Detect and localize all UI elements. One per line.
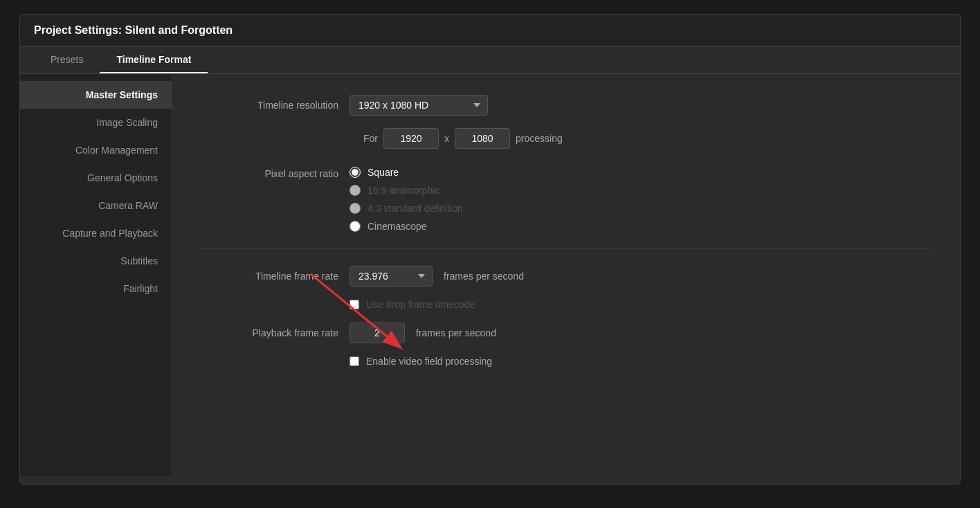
video-field-checkbox[interactable] [350, 356, 359, 366]
timeline-resolution-row: Timeline resolution 1920 x 1080 HD [200, 95, 932, 116]
sidebar-item-subtitles[interactable]: Subtitles [20, 247, 172, 275]
sidebar-item-camera-raw[interactable]: Camera RAW [20, 192, 172, 219]
radio-row-square: Square [350, 167, 463, 178]
processing-label: processing [516, 133, 563, 144]
for-label: For [363, 133, 378, 144]
main-panel: Timeline resolution 1920 x 1080 HD For x… [172, 74, 960, 475]
radio-square[interactable] [350, 167, 361, 178]
content-area: Master Settings Image Scaling Color Mana… [20, 74, 960, 475]
for-row: For x processing [363, 128, 932, 149]
playback-frames-per-second-label: frames per second [416, 327, 496, 338]
dialog-title: Project Settings: Silent and Forgotten [20, 15, 960, 47]
pixel-aspect-ratio-row: Pixel aspect ratio Square 16:9 anamorphi… [200, 167, 932, 232]
playback-frame-rate-input[interactable] [350, 323, 405, 343]
radio-43-standard[interactable] [350, 203, 361, 214]
radio-label-cinemascope: Cinemascope [368, 221, 427, 232]
drop-frame-row: Use drop frame timecode [350, 299, 932, 310]
sidebar-item-color-management[interactable]: Color Management [20, 136, 172, 164]
width-input[interactable] [383, 128, 439, 149]
tab-presets[interactable]: Presets [34, 47, 100, 73]
timeline-resolution-dropdown[interactable]: 1920 x 1080 HD [350, 95, 488, 116]
timeline-resolution-label: Timeline resolution [200, 100, 338, 111]
tab-timeline-format[interactable]: Timeline Format [100, 47, 208, 73]
playback-frame-rate-label: Playback frame rate [200, 327, 338, 338]
video-field-row: Enable video field processing [350, 356, 932, 367]
radio-row-169: 16:9 anamorphic [350, 185, 463, 196]
radio-row-43: 4:3 standard definition [350, 203, 463, 214]
frames-per-second-label: frames per second [444, 271, 524, 282]
section-divider-1 [200, 248, 932, 249]
radio-cinemascope[interactable] [350, 221, 361, 232]
x-separator: x [444, 133, 449, 144]
radio-label-43: 4:3 standard definition [368, 203, 463, 214]
sidebar-item-image-scaling[interactable]: Image Scaling [20, 109, 172, 136]
video-field-checkbox-row: Enable video field processing [350, 356, 492, 367]
sidebar-item-master-settings[interactable]: Master Settings [20, 81, 172, 109]
drop-frame-label: Use drop frame timecode [366, 299, 475, 310]
pixel-aspect-ratio-label: Pixel aspect ratio [200, 167, 338, 179]
video-field-label: Enable video field processing [366, 356, 492, 367]
radio-label-square: Square [368, 167, 399, 178]
settings-section: Timeline resolution 1920 x 1080 HD For x… [200, 95, 932, 367]
tab-bar: Presets Timeline Format [20, 47, 960, 74]
sidebar-item-fairlight[interactable]: Fairlight [20, 275, 172, 302]
pixel-aspect-ratio-options: Square 16:9 anamorphic 4:3 standard defi… [350, 167, 463, 232]
radio-row-cinemascope: Cinemascope [350, 221, 463, 232]
timeline-frame-rate-dropdown[interactable]: 23.976 [350, 266, 433, 287]
sidebar: Master Settings Image Scaling Color Mana… [20, 74, 172, 475]
drop-frame-checkbox[interactable] [350, 300, 359, 309]
radio-169-anamorphic[interactable] [350, 185, 361, 196]
sidebar-item-capture-playback[interactable]: Capture and Playback [20, 219, 172, 247]
radio-label-169: 16:9 anamorphic [368, 185, 439, 196]
height-input[interactable] [455, 128, 510, 149]
project-settings-dialog: Project Settings: Silent and Forgotten P… [19, 14, 961, 484]
drop-frame-checkbox-row: Use drop frame timecode [350, 299, 475, 310]
timeline-frame-rate-label: Timeline frame rate [200, 271, 338, 282]
timeline-frame-rate-row: Timeline frame rate 23.976 frames per se… [200, 266, 932, 287]
playback-frame-rate-row: Playback frame rate frames per second [200, 323, 932, 343]
sidebar-item-general-options[interactable]: General Options [20, 164, 172, 192]
